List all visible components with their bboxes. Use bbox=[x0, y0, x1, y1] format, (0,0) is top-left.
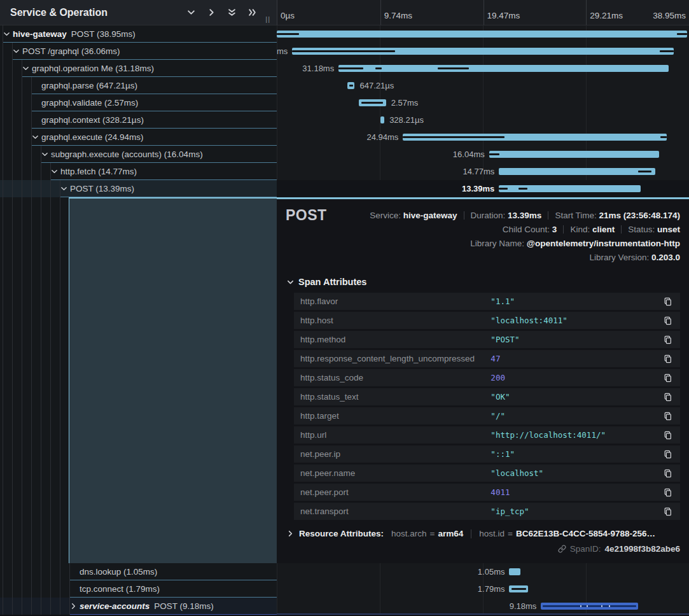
tree-row[interactable]: http.fetch (14.77ms) bbox=[0, 163, 277, 180]
span-duration-bar[interactable] bbox=[499, 168, 655, 175]
tree-row[interactable]: dns.lookup (1.05ms) bbox=[0, 563, 277, 580]
span-duration-bar[interactable] bbox=[403, 134, 667, 141]
span-label: graphql.context (328.21µs) bbox=[41, 115, 144, 125]
chevron-down-icon[interactable] bbox=[60, 180, 69, 197]
copy-icon[interactable] bbox=[662, 353, 674, 365]
trace-viewer: Service & Operation || 0µs 9.74ms 19.47m… bbox=[0, 0, 689, 616]
indent-guides bbox=[3, 598, 71, 615]
timeline-row[interactable]: 16.04ms bbox=[277, 146, 689, 163]
chevron-down-icon[interactable] bbox=[32, 129, 41, 145]
chevron-down-icon[interactable] bbox=[13, 43, 22, 59]
span-label: subgraph.execute (accounts) (16.04ms) bbox=[51, 150, 203, 159]
chevron-down-icon[interactable] bbox=[22, 60, 31, 76]
copy-icon[interactable] bbox=[662, 391, 674, 403]
span-duration-bar[interactable] bbox=[277, 31, 687, 38]
timeline-row[interactable]: 647.21µs bbox=[277, 77, 689, 94]
tree-row[interactable]: graphql.parse (647.21µs) bbox=[0, 77, 277, 94]
duration-label: 13.39ms bbox=[462, 180, 494, 197]
tree-row[interactable]: graphql.execute (24.94ms) bbox=[0, 129, 277, 146]
attribute-key: http.flavor bbox=[300, 297, 491, 306]
timeline-row[interactable]: 1.79ms bbox=[277, 580, 689, 598]
chevron-down-icon[interactable] bbox=[41, 146, 50, 162]
span-label: POST (38.95ms) bbox=[71, 29, 136, 39]
meta-label: Service: bbox=[370, 211, 401, 220]
copy-icon[interactable] bbox=[662, 430, 674, 441]
attribute-key: net.peer.port bbox=[300, 487, 491, 497]
expand-one-icon[interactable] bbox=[205, 7, 217, 18]
tree-row[interactable]: graphql.context (328.21µs) bbox=[0, 111, 277, 129]
resource-key: host.id bbox=[479, 529, 505, 538]
timeline-row[interactable]: 31.18ms bbox=[277, 60, 689, 77]
span-duration-bar[interactable] bbox=[489, 151, 659, 158]
span-duration-bar[interactable] bbox=[499, 185, 641, 192]
span-duration-bar[interactable] bbox=[347, 82, 354, 89]
meta-value: 3 bbox=[552, 225, 557, 234]
child-span-marker bbox=[338, 67, 363, 69]
chevron-down-icon[interactable] bbox=[51, 163, 60, 179]
service-name: hive-gateway bbox=[13, 29, 67, 39]
tree-row[interactable]: graphql.operation Me (31.18ms) bbox=[0, 60, 277, 77]
chevron-down-icon[interactable] bbox=[3, 25, 12, 42]
span-duration-bar[interactable] bbox=[509, 568, 520, 575]
copy-icon[interactable] bbox=[662, 372, 674, 384]
span-attributes-toggle[interactable]: Span Attributes bbox=[287, 277, 680, 287]
timeline-row[interactable] bbox=[277, 25, 689, 43]
span-tree-bottom: dns.lookup (1.05ms) tcp.connect (1.79ms)… bbox=[0, 563, 277, 615]
tree-row[interactable]: POST /graphql (36.06ms) bbox=[0, 43, 277, 60]
chevron-right-icon[interactable] bbox=[70, 598, 79, 614]
collapse-one-icon[interactable] bbox=[185, 7, 197, 18]
child-span-marker bbox=[660, 50, 674, 52]
tree-row[interactable]: subgraph.execute (accounts) (16.04ms) bbox=[0, 146, 277, 163]
timeline-row[interactable]: 328.21µs bbox=[277, 111, 689, 129]
copy-icon[interactable] bbox=[662, 487, 674, 498]
span-duration-bar[interactable] bbox=[509, 585, 528, 592]
duration-label: 1.05ms bbox=[478, 563, 505, 580]
copy-icon[interactable] bbox=[662, 506, 674, 517]
tree-row[interactable]: tcp.connect (1.79ms) bbox=[0, 580, 277, 598]
child-span-marker bbox=[660, 136, 667, 138]
span-duration-bar[interactable] bbox=[541, 603, 638, 610]
attribute-value: 47 bbox=[491, 354, 662, 363]
copy-icon[interactable] bbox=[662, 410, 674, 422]
indent-guides bbox=[3, 129, 32, 146]
timeline-row[interactable]: 2.57ms bbox=[277, 94, 689, 111]
resource-attributes-row[interactable]: Resource Attributes: host.arch=arm64 hos… bbox=[287, 529, 680, 538]
meta-label: Status: bbox=[628, 225, 655, 234]
span-duration-bar[interactable] bbox=[380, 116, 384, 123]
timeline-row[interactable]: 9.18ms bbox=[277, 598, 689, 615]
copy-icon[interactable] bbox=[662, 449, 674, 460]
panel-resize-handle[interactable]: || bbox=[261, 15, 272, 25]
indent-guides bbox=[3, 580, 71, 598]
indent-guides bbox=[3, 146, 42, 163]
copy-icon[interactable] bbox=[662, 315, 674, 326]
timeline-row[interactable]: 1.05ms bbox=[277, 563, 689, 580]
attribute-row: net.transport"ip_tcp" bbox=[294, 503, 680, 520]
span-duration-bar[interactable] bbox=[292, 48, 674, 55]
attribute-key: net.peer.name bbox=[300, 468, 491, 478]
timeline-row[interactable]: 24.94ms bbox=[277, 129, 689, 146]
meta-value: hive-gateway bbox=[403, 211, 457, 220]
copy-icon[interactable] bbox=[662, 296, 674, 307]
resource-value: BC62E13B-C4CC-5854-9788-256… bbox=[516, 529, 655, 538]
tree-row[interactable]: hive-gatewayPOST (38.95ms) bbox=[0, 25, 277, 43]
tree-row-selected[interactable]: POST (13.39ms) bbox=[0, 180, 277, 197]
attribute-value: "POST" bbox=[491, 335, 662, 344]
timeline-row-selected[interactable]: 13.39ms bbox=[277, 180, 689, 197]
attribute-value: "OK" bbox=[491, 392, 662, 402]
span-duration-bar[interactable] bbox=[338, 65, 668, 72]
copy-icon[interactable] bbox=[662, 468, 674, 479]
tree-row[interactable]: service-accountsPOST (9.18ms) bbox=[0, 598, 277, 615]
link-icon[interactable] bbox=[558, 545, 566, 553]
span-duration-bar[interactable] bbox=[359, 99, 386, 106]
collapse-all-icon[interactable] bbox=[226, 7, 237, 18]
tree-row[interactable]: graphql.validate (2.57ms) bbox=[0, 94, 277, 111]
attribute-row: http.url"http://localhost:4011/" bbox=[294, 426, 680, 444]
timeline-row[interactable]: 14.77ms bbox=[277, 163, 689, 180]
copy-icon[interactable] bbox=[662, 334, 674, 346]
timeline-row[interactable]: 36.06ms bbox=[277, 43, 689, 60]
expand-all-icon[interactable] bbox=[246, 7, 258, 18]
meta-label: Library Version: bbox=[589, 253, 649, 262]
span-label: tcp.connect (1.79ms) bbox=[80, 584, 160, 594]
child-span-marker bbox=[587, 605, 588, 607]
meta-label: Library Name: bbox=[470, 239, 524, 248]
